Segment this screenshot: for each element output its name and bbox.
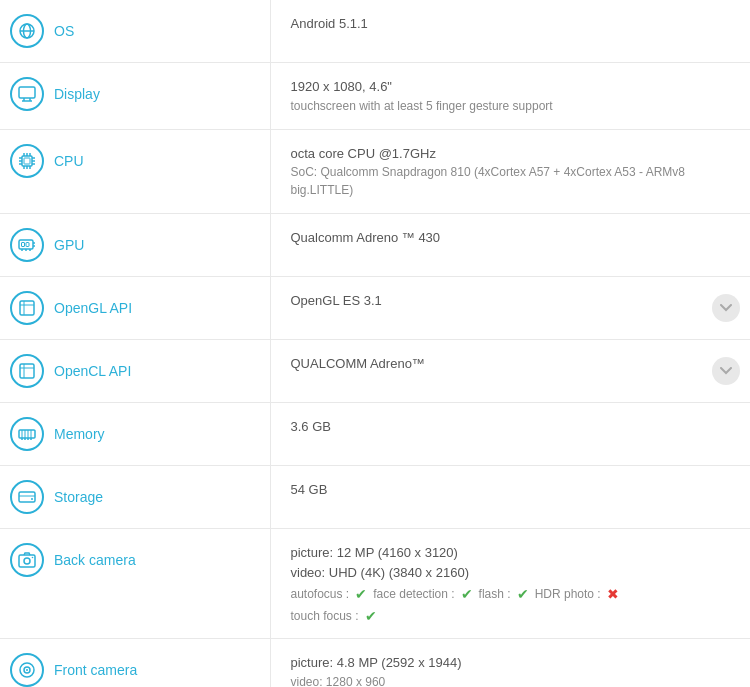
label-text-gpu: GPU xyxy=(54,237,84,253)
feature-check: ✖ xyxy=(607,586,619,602)
table-row-gpu: GPUQualcomm Adreno ™ 430 xyxy=(0,214,750,277)
svg-point-48 xyxy=(24,558,30,564)
table-row-cpu: CPUocta core CPU @1.7GHzSoC: Qualcomm Sn… xyxy=(0,129,750,214)
value-cell-gpu: Qualcomm Adreno ™ 430 xyxy=(270,214,750,277)
feature-check: ✔ xyxy=(365,608,377,624)
feature-label: autofocus : xyxy=(291,587,350,601)
feature-label: HDR photo : xyxy=(535,587,601,601)
label-cell-os: OS xyxy=(0,0,270,63)
label-text-display: Display xyxy=(54,86,100,102)
storage-icon xyxy=(10,480,44,514)
value-main-storage: 54 GB xyxy=(291,480,741,500)
label-text-opencl: OpenCL API xyxy=(54,363,131,379)
svg-point-49 xyxy=(32,557,34,559)
value-cell-opengl: OpenGL ES 3.1 xyxy=(270,277,750,340)
feature-check: ✔ xyxy=(517,586,529,602)
svg-rect-32 xyxy=(20,364,34,378)
gpu-icon xyxy=(10,228,44,262)
value-cell-storage: 54 GB xyxy=(270,466,750,529)
display-icon xyxy=(10,77,44,111)
svg-rect-35 xyxy=(19,430,35,438)
dropdown-btn-opencl[interactable] xyxy=(712,357,740,385)
os-icon xyxy=(10,14,44,48)
label-cell-display: Display xyxy=(0,63,270,130)
value-main-opengl: OpenGL ES 3.1 xyxy=(291,291,741,311)
value-main-cpu: octa core CPU @1.7GHz xyxy=(291,144,741,164)
label-cell-front-camera: Front camera xyxy=(0,639,270,688)
value-main-display: 1920 x 1080, 4.6" xyxy=(291,77,741,97)
value-main-gpu: Qualcomm Adreno ™ 430 xyxy=(291,228,741,248)
value-cell-memory: 3.6 GB xyxy=(270,403,750,466)
specs-table: OSAndroid 5.1.1 Display1920 x 1080, 4.6"… xyxy=(0,0,750,687)
label-cell-opengl: OpenGL API xyxy=(0,277,270,340)
value-cell-front-camera: picture: 4.8 MP (2592 x 1944)video: 1280… xyxy=(270,639,750,688)
memory-icon xyxy=(10,417,44,451)
camera-icon xyxy=(10,543,44,577)
feature-label: touch focus : xyxy=(291,609,359,623)
label-cell-gpu: GPU xyxy=(0,214,270,277)
front-camera-icon xyxy=(10,653,44,687)
back-camera-features2: touch focus :✔ xyxy=(291,608,741,624)
label-text-memory: Memory xyxy=(54,426,105,442)
label-text-front-camera: Front camera xyxy=(54,662,137,678)
table-row-memory: Memory3.6 GB xyxy=(0,403,750,466)
label-cell-opencl: OpenCL API xyxy=(0,340,270,403)
label-cell-cpu: CPU xyxy=(0,129,270,214)
cpu-icon xyxy=(10,144,44,178)
table-row-back-camera: Back camerapicture: 12 MP (4160 x 3120)v… xyxy=(0,529,750,639)
value-main-os: Android 5.1.1 xyxy=(291,14,741,34)
back-camera-features: autofocus :✔face detection :✔flash :✔HDR… xyxy=(291,586,741,602)
value-cell-opencl: QUALCOMM Adreno™ xyxy=(270,340,750,403)
svg-point-46 xyxy=(31,498,33,500)
label-text-storage: Storage xyxy=(54,489,103,505)
opencl-icon xyxy=(10,354,44,388)
label-cell-back-camera: Back camera xyxy=(0,529,270,639)
back-camera-main: picture: 12 MP (4160 x 3120) xyxy=(291,543,741,563)
svg-rect-22 xyxy=(22,243,25,247)
table-row-opencl: OpenCL APIQUALCOMM Adreno™ xyxy=(0,340,750,403)
label-cell-memory: Memory xyxy=(0,403,270,466)
value-cell-cpu: octa core CPU @1.7GHzSoC: Qualcomm Snapd… xyxy=(270,129,750,214)
table-row-display: Display1920 x 1080, 4.6"touchscreen with… xyxy=(0,63,750,130)
dropdown-btn-opengl[interactable] xyxy=(712,294,740,322)
feature-label: flash : xyxy=(479,587,511,601)
svg-point-52 xyxy=(26,669,28,671)
label-text-os: OS xyxy=(54,23,74,39)
opengl-icon xyxy=(10,291,44,325)
svg-rect-23 xyxy=(26,243,29,247)
table-row-storage: Storage54 GB xyxy=(0,466,750,529)
feature-check: ✔ xyxy=(355,586,367,602)
label-text-back-camera: Back camera xyxy=(54,552,136,568)
value-main-front-camera: picture: 4.8 MP (2592 x 1944) xyxy=(291,653,741,673)
svg-rect-3 xyxy=(19,87,35,98)
table-row-opengl: OpenGL APIOpenGL ES 3.1 xyxy=(0,277,750,340)
value-sub-display: touchscreen with at least 5 finger gestu… xyxy=(291,97,741,115)
value-sub-front-camera: video: 1280 x 960 xyxy=(291,673,741,688)
table-row-os: OSAndroid 5.1.1 xyxy=(0,0,750,63)
svg-rect-44 xyxy=(19,492,35,502)
value-cell-os: Android 5.1.1 xyxy=(270,0,750,63)
value-main-opencl: QUALCOMM Adreno™ xyxy=(291,354,741,374)
value-cell-display: 1920 x 1080, 4.6"touchscreen with at lea… xyxy=(270,63,750,130)
back-camera-main2: video: UHD (4K) (3840 x 2160) xyxy=(291,563,741,583)
value-main-memory: 3.6 GB xyxy=(291,417,741,437)
label-text-opengl: OpenGL API xyxy=(54,300,132,316)
value-sub-cpu: SoC: Qualcomm Snapdragon 810 (4xCortex A… xyxy=(291,163,741,199)
value-cell-back-camera: picture: 12 MP (4160 x 3120)video: UHD (… xyxy=(270,529,750,639)
feature-label: face detection : xyxy=(373,587,454,601)
label-text-cpu: CPU xyxy=(54,153,84,169)
svg-rect-8 xyxy=(24,158,30,164)
label-cell-storage: Storage xyxy=(0,466,270,529)
feature-check: ✔ xyxy=(461,586,473,602)
table-row-front-camera: Front camerapicture: 4.8 MP (2592 x 1944… xyxy=(0,639,750,688)
svg-rect-29 xyxy=(20,301,34,315)
